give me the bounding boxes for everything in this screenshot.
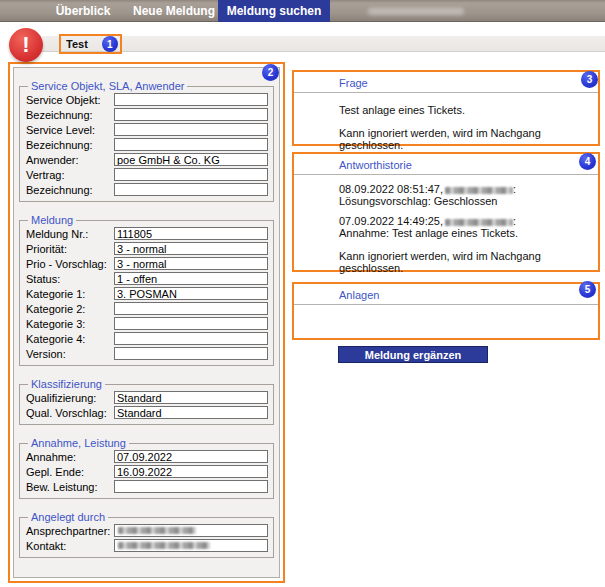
form-row: Priorität:: [26, 242, 268, 255]
annotation-box-5: Anlagen: [292, 282, 600, 340]
antworthistorie-panel-title: Antworthistorie: [339, 159, 598, 171]
kategorie-3-label: Kategorie 3:: [26, 318, 114, 330]
history-suffix: :: [513, 183, 516, 195]
kategorie-1-label: Kategorie 1:: [26, 288, 114, 300]
ticket-title-bar: [42, 36, 605, 52]
divider: [294, 304, 598, 305]
form-row: Kategorie 3:: [26, 317, 268, 330]
bew-leistung-label: Bew. Leistung:: [26, 481, 114, 493]
annotation-box-4: Antworthistorie 08.09.2022 08:51:47,: Lö…: [292, 152, 600, 272]
redacted-nav-text: [368, 8, 464, 15]
form-row: Kategorie 1:: [26, 287, 268, 300]
kategorie-2-input[interactable]: [114, 302, 268, 315]
callout-2: 2: [262, 64, 279, 81]
fieldset-meldung-legend: Meldung: [28, 214, 76, 226]
form-row: Service Level:: [26, 123, 268, 136]
anlagen-panel-title: Anlagen: [339, 289, 598, 301]
version-input[interactable]: [114, 347, 268, 360]
history-entry: 08.09.2022 08:51:47,: Lösungsvorschlag: …: [339, 183, 590, 207]
version-label: Version:: [26, 348, 114, 360]
bezeichnung-input-2[interactable]: [114, 138, 268, 151]
alert-exclamation-icon: !: [9, 28, 43, 62]
top-navbar: Überblick Neue Meldung Meldung suchen: [0, 0, 605, 22]
fieldset-klassifizierung-legend: Klassifizierung: [28, 378, 105, 390]
annahme-label: Annahme:: [26, 451, 114, 463]
history-text: Annahme: Test anlage eines Tickets.: [339, 227, 590, 239]
kontakt-input[interactable]: [114, 539, 268, 552]
callout-4: 4: [579, 153, 596, 170]
fieldset-service-objekt-legend: Service Objekt, SLA, Anwender: [28, 80, 187, 92]
prio-vorschlag-label: Prio - Vorschlag:: [26, 258, 114, 270]
frage-text-line: Test anlage eines Tickets.: [339, 104, 590, 116]
annotation-box-2: Service Objekt, SLA, Anwender Service Ob…: [8, 62, 285, 583]
ansprechpartner-label: Ansprechpartner:: [26, 525, 114, 537]
redacted-text: [118, 542, 210, 549]
form-row: Qual. Vorschlag:: [26, 406, 268, 419]
form-row: Kategorie 2:: [26, 302, 268, 315]
form-row: Bezeichnung:: [26, 108, 268, 121]
form-row: Service Objekt:: [26, 93, 268, 106]
meldung-nr-label: Meldung Nr.:: [26, 228, 114, 240]
anwender-input[interactable]: [114, 153, 268, 166]
prio-vorschlag-input[interactable]: [114, 257, 268, 270]
gepl-ende-input[interactable]: [114, 465, 268, 478]
divider: [294, 174, 598, 175]
form-row: Annahme:: [26, 450, 268, 463]
fieldset-annahme-leistung: Annahme, Leistung Annahme: Gepl. Ende: B…: [19, 437, 274, 499]
tab-meldung-suchen[interactable]: Meldung suchen: [218, 0, 330, 22]
meldung-ergaenzen-button[interactable]: Meldung ergänzen: [338, 346, 488, 363]
form-row: Bezeichnung:: [26, 138, 268, 151]
tab-ueberblick[interactable]: Überblick: [38, 0, 128, 22]
form-row: Bew. Leistung:: [26, 480, 268, 493]
qual-vorschlag-input[interactable]: [114, 406, 268, 419]
kategorie-3-input[interactable]: [114, 317, 268, 330]
kategorie-4-label: Kategorie 4:: [26, 333, 114, 345]
qualifizierung-input[interactable]: [114, 391, 268, 404]
frage-panel-title: Frage: [339, 77, 598, 89]
form-row: Prio - Vorschlag:: [26, 257, 268, 270]
callout-3: 3: [581, 71, 598, 88]
meldung-nr-input[interactable]: [114, 227, 268, 240]
annahme-input[interactable]: [114, 450, 268, 463]
form-row: Vertrag:: [26, 168, 268, 181]
redacted-author-name: [445, 187, 513, 194]
annotation-box-1: Test 1: [59, 34, 122, 54]
history-timestamp: 08.09.2022 08:51:47,: [339, 183, 443, 195]
prioritaet-input[interactable]: [114, 242, 268, 255]
qualifizierung-label: Qualifizierung:: [26, 392, 114, 404]
status-input[interactable]: [114, 272, 268, 285]
tab-neue-meldung[interactable]: Neue Meldung: [128, 0, 220, 22]
service-objekt-input[interactable]: [114, 93, 268, 106]
qual-vorschlag-label: Qual. Vorschlag:: [26, 407, 114, 419]
prioritaet-label: Priorität:: [26, 243, 114, 255]
anwender-label: Anwender:: [26, 154, 114, 166]
form-row: Bezeichnung:: [26, 183, 268, 196]
fieldset-meldung: Meldung Meldung Nr.: Priorität: Prio - V…: [19, 214, 274, 366]
vertrag-input[interactable]: [114, 168, 268, 181]
service-level-input[interactable]: [114, 123, 268, 136]
bew-leistung-input[interactable]: [114, 480, 268, 493]
history-suffix: :: [513, 215, 516, 227]
fieldset-angelegt-durch-legend: Angelegt durch: [28, 511, 108, 523]
service-objekt-label: Service Objekt:: [26, 94, 114, 106]
form-row: Ansprechpartner:: [26, 524, 268, 537]
gepl-ende-label: Gepl. Ende:: [26, 466, 114, 478]
form-row: Kontakt:: [26, 539, 268, 552]
form-row: Meldung Nr.:: [26, 227, 268, 240]
bezeichnung-input-1[interactable]: [114, 108, 268, 121]
service-level-label: Service Level:: [26, 124, 114, 136]
form-row: Version:: [26, 347, 268, 360]
form-row: Anwender:: [26, 153, 268, 166]
bezeichnung-label: Bezeichnung:: [26, 184, 114, 196]
kategorie-4-input[interactable]: [114, 332, 268, 345]
kategorie-2-label: Kategorie 2:: [26, 303, 114, 315]
fieldset-angelegt-durch: Angelegt durch Ansprechpartner: Kontakt:: [19, 511, 274, 558]
bezeichnung-input-3[interactable]: [114, 183, 268, 196]
form-row: Qualifizierung:: [26, 391, 268, 404]
kategorie-1-input[interactable]: [114, 287, 268, 300]
form-row: Status:: [26, 272, 268, 285]
ansprechpartner-input[interactable]: [114, 524, 268, 537]
callout-5: 5: [579, 281, 596, 298]
meldung-suchen-screen: Überblick Neue Meldung Meldung suchen ! …: [0, 0, 605, 587]
callout-1: 1: [102, 36, 118, 52]
